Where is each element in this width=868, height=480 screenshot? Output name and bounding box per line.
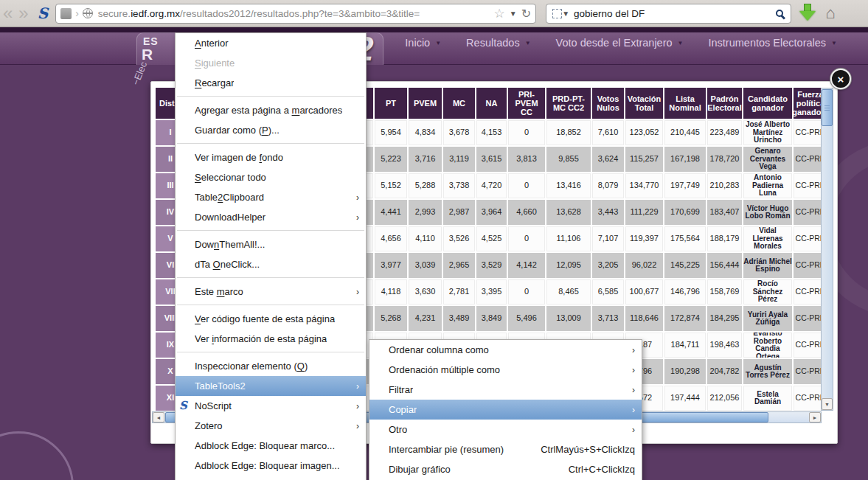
column-header[interactable]: Votos Nulos bbox=[592, 88, 624, 119]
menu-item-label: Recargar bbox=[195, 77, 234, 88]
context-menu-item-siguiente[interactable]: Siguiente bbox=[176, 53, 366, 73]
value-cell: 13,416 bbox=[546, 173, 591, 198]
context-menu-item-recargar[interactable]: Recargar bbox=[176, 73, 366, 93]
context-menu-item-agregar-esta-p-gina-a-marcadores[interactable]: Agregar esta página a marcadores bbox=[176, 100, 366, 120]
scroll-right-icon[interactable]: ► bbox=[809, 412, 821, 422]
submenu-item-ordenar-columna-como[interactable]: Ordenar columna como› bbox=[369, 340, 642, 360]
context-menu-item-noscript[interactable]: SNoScript› bbox=[176, 396, 366, 416]
nav-item-resultados[interactable]: Resultados bbox=[466, 37, 530, 49]
column-header[interactable]: PRD-PT-MC CC2 bbox=[546, 88, 591, 119]
column-header[interactable]: Lista Nominal bbox=[664, 88, 706, 119]
column-header[interactable]: Votación Total bbox=[625, 88, 663, 119]
column-header[interactable]: PRI-PVEM CC bbox=[508, 88, 545, 119]
context-menu-item-dta-oneclick[interactable]: dTa OneClick... bbox=[176, 254, 366, 274]
context-menu-item-adblock-edge-bloquear-imagen[interactable]: Adblock Edge: Bloquear imagen... bbox=[176, 456, 366, 476]
value-cell: 212,056 bbox=[707, 386, 742, 411]
column-header[interactable]: Padrón Electoral bbox=[707, 88, 742, 119]
value-cell: 13,009 bbox=[546, 306, 591, 331]
forward-icon[interactable]: » bbox=[15, 4, 31, 22]
search-input[interactable]: gobierno del DF bbox=[574, 8, 776, 19]
value-cell: 13,628 bbox=[546, 200, 591, 225]
menu-item-label: Filtrar bbox=[389, 384, 413, 395]
nav-item-instrumentos-electorales[interactable]: Instrumentos Electorales bbox=[709, 37, 838, 49]
back-icon[interactable]: « bbox=[0, 4, 15, 22]
context-menu-separator bbox=[177, 230, 364, 231]
value-cell: 167,198 bbox=[664, 147, 706, 172]
context-menu-item-ver-informaci-n-de-esta-p-gina[interactable]: Ver información de esta página bbox=[176, 329, 366, 349]
reload-icon[interactable]: ↻ bbox=[521, 7, 531, 21]
submenu-item-otro[interactable]: Otro› bbox=[369, 420, 642, 439]
decorative-arc bbox=[0, 431, 74, 480]
browser-toolbar: « » S › secure.iedf.org.mx/resultados201… bbox=[0, 0, 868, 27]
column-header[interactable]: Fuerza política ganadora bbox=[794, 88, 823, 119]
vertical-scrollbar[interactable]: ▼ bbox=[821, 88, 833, 411]
context-menu-item-ver-c-digo-fuente-de-esta-p-gina[interactable]: Ver código fuente de esta página bbox=[176, 309, 366, 329]
search-box[interactable]: ▼ gobierno del DF bbox=[546, 4, 791, 24]
noscript-toolbar-icon[interactable]: S bbox=[38, 4, 48, 22]
submenu-item-dibujar-gr-fico[interactable]: Dibujar gráficoCtrl+C+ClickIzq bbox=[369, 459, 642, 479]
column-header[interactable]: PT bbox=[375, 88, 407, 119]
column-header[interactable]: Candidato ganador bbox=[743, 88, 792, 119]
context-menu-item-downloadhelper[interactable]: DownloadHelper› bbox=[176, 207, 366, 227]
value-cell: 170,699 bbox=[664, 200, 706, 225]
download-arrow-icon[interactable] bbox=[799, 4, 816, 23]
menu-item-label: Ver código fuente de esta página bbox=[195, 313, 335, 324]
context-menu-item-ver-imagen-de-fondo[interactable]: Ver imagen de fondo bbox=[176, 147, 366, 167]
value-cell: 3,489 bbox=[443, 306, 475, 331]
context-menu-item-anterior[interactable]: Anterior bbox=[176, 33, 366, 53]
context-menu-item-inspeccionar-elemento-q[interactable]: Inspeccionar elemento (Q) bbox=[176, 356, 366, 376]
value-cell: 4,834 bbox=[409, 120, 442, 145]
submenu-item-filtrar[interactable]: Filtrar› bbox=[369, 380, 642, 400]
value-cell: 190,298 bbox=[664, 359, 706, 384]
context-menu-item-table2clipboard[interactable]: Table2Clipboard› bbox=[176, 187, 366, 207]
value-cell: 11,106 bbox=[546, 226, 591, 251]
submenu-arrow-icon: › bbox=[356, 192, 359, 203]
home-icon[interactable]: ⌂ bbox=[825, 5, 835, 21]
bookmark-star-icon[interactable]: ☆ bbox=[494, 6, 505, 21]
menu-item-label: Agregar esta página a marcadores bbox=[195, 105, 342, 116]
winner-party-cell: CC-PRD bbox=[794, 386, 823, 411]
header-nav: InicioResultadosVoto desde el Extranjero… bbox=[405, 37, 837, 49]
column-header[interactable]: MC bbox=[443, 88, 475, 119]
menu-item-label: DownloadHelper bbox=[195, 212, 265, 223]
context-menu-separator bbox=[177, 352, 364, 352]
nav-item-inicio[interactable]: Inicio bbox=[405, 37, 441, 49]
column-header[interactable]: NA bbox=[476, 88, 507, 119]
submenu-item-ordenaci-n-m-ltiple-como[interactable]: Ordenación múltiple como› bbox=[369, 360, 642, 380]
value-cell: 0 bbox=[508, 173, 545, 198]
search-engine-dropdown-icon[interactable]: ▼ bbox=[562, 10, 569, 18]
value-cell: 4,660 bbox=[508, 200, 545, 225]
context-menu-item-este-marco[interactable]: Este marco› bbox=[176, 282, 366, 302]
winner-party-cell: CC-PRD bbox=[794, 120, 823, 145]
value-cell: 4,118 bbox=[375, 279, 407, 305]
value-cell: 4,142 bbox=[508, 253, 545, 278]
scroll-down-icon[interactable]: ▼ bbox=[822, 398, 833, 410]
submenu-arrow-icon: › bbox=[356, 401, 359, 411]
close-popup-button[interactable]: × bbox=[830, 69, 851, 89]
column-header[interactable]: PVEM bbox=[409, 88, 442, 119]
context-menu-item-seleccionar-todo[interactable]: Seleccionar todo bbox=[176, 167, 366, 187]
value-cell: 2,993 bbox=[409, 200, 442, 225]
search-engine-icon[interactable] bbox=[552, 9, 562, 18]
search-icon[interactable] bbox=[776, 10, 783, 17]
context-menu-item-adblock-edge-bloquear-marco[interactable]: Adblock Edge: Bloquear marco... bbox=[176, 436, 366, 456]
context-menu-item-tabletools2[interactable]: TableTools2› bbox=[176, 376, 366, 396]
submenu-item-intercambiar-pie-resumen[interactable]: Intercambiar pie (resumen)CtrlMayús+S+Cl… bbox=[369, 439, 642, 459]
url-subdomain: secure. bbox=[98, 8, 131, 19]
winner-party-cell: CC-PRD bbox=[794, 253, 823, 278]
url-dropdown-icon[interactable]: ▼ bbox=[510, 10, 517, 18]
submenu-item-copiar[interactable]: Copiar› bbox=[369, 400, 642, 420]
menu-item-label: NoScript bbox=[195, 400, 232, 411]
winner-candidate-cell: José Alberto Martínez Urincho bbox=[743, 120, 792, 145]
value-cell: 100,677 bbox=[625, 279, 663, 305]
menu-item-shortcut: CtrlMayús+S+ClickIzq bbox=[541, 444, 635, 455]
context-menu-item-downthemall[interactable]: DownThemAll!... bbox=[176, 234, 366, 254]
context-menu-item-zotero[interactable]: Zotero› bbox=[176, 416, 366, 436]
value-cell: 4,231 bbox=[409, 306, 442, 331]
context-menu-item-guardar-como-p[interactable]: Guardar como (P)... bbox=[176, 120, 366, 140]
nav-item-voto-desde-el-extranjero[interactable]: Voto desde el Extranjero bbox=[556, 37, 684, 49]
url-text[interactable]: secure.iedf.org.mx/resultados2012/result… bbox=[98, 8, 494, 19]
scroll-left-icon[interactable]: ◄ bbox=[153, 412, 164, 422]
vertical-scrollbar-thumb[interactable] bbox=[822, 89, 833, 126]
url-bar[interactable]: › secure.iedf.org.mx/resultados2012/resu… bbox=[55, 4, 536, 24]
